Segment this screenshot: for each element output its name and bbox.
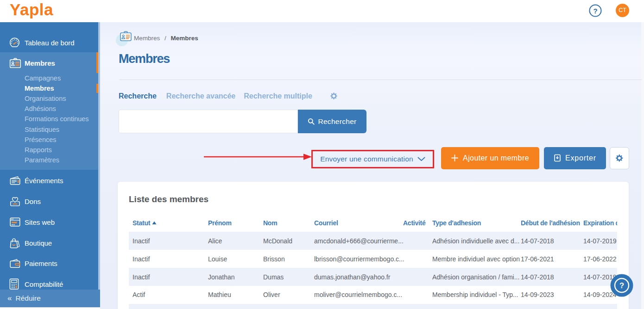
svg-text:?: ? bbox=[619, 281, 624, 290]
svg-text:?: ? bbox=[593, 7, 597, 15]
